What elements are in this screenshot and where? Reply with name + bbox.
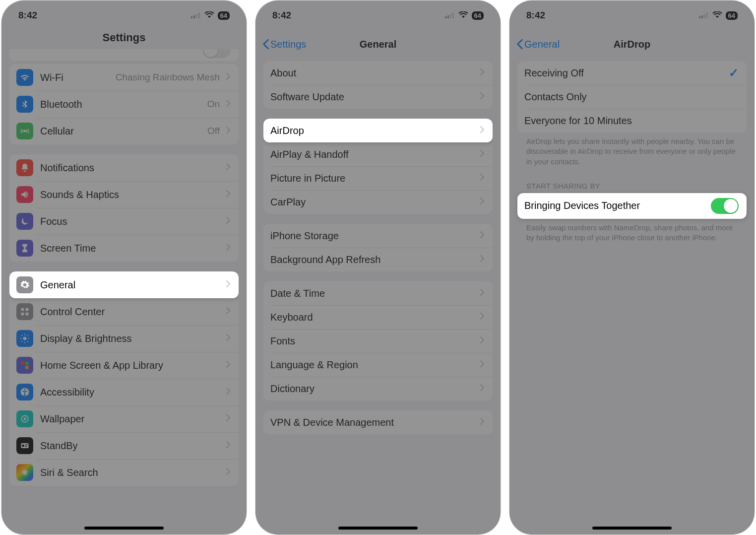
row-bluetooth[interactable]: BluetoothOn <box>9 91 239 118</box>
nav-header: General AirDrop <box>509 30 755 58</box>
row-label: Focus <box>40 216 67 227</box>
row-airdrop[interactable]: AirDrop <box>263 119 493 142</box>
wifi-icon <box>204 10 214 21</box>
speaker-icon <box>16 186 33 203</box>
row-home-screen-app-library[interactable]: Home Screen & App Library <box>9 352 239 379</box>
row-keyboard[interactable]: Keyboard <box>263 305 493 329</box>
row-carplay[interactable]: CarPlay <box>263 190 493 214</box>
battery-icon: 64 <box>218 11 230 20</box>
row-label: Siri & Search <box>40 467 98 478</box>
row-cellular[interactable]: CellularOff <box>9 118 239 144</box>
svg-point-9 <box>23 337 27 340</box>
row-label: Picture in Picture <box>270 173 345 184</box>
svg-rect-35 <box>452 12 454 18</box>
row-label: VPN & Device Management <box>270 417 394 428</box>
nav-header: Settings General <box>255 30 501 58</box>
svg-rect-32 <box>445 16 446 18</box>
status-bar: 8:42 64 <box>1 0 247 30</box>
row-label: Notifications <box>40 162 94 174</box>
chevron-right-icon <box>226 280 231 290</box>
chevron-right-icon <box>226 163 231 173</box>
row-general[interactable]: General <box>9 271 239 298</box>
row-sounds-haptics[interactable]: Sounds & Haptics <box>9 181 239 208</box>
chevron-right-icon <box>480 173 485 184</box>
controlcenter-icon <box>16 303 33 320</box>
back-button[interactable]: General <box>516 39 560 50</box>
row-focus[interactable]: Focus <box>9 208 239 235</box>
bluetooth-icon <box>16 96 33 113</box>
row-accessibility[interactable]: Accessibility <box>9 379 239 405</box>
svg-rect-38 <box>704 14 705 18</box>
row-language-region[interactable]: Language & Region <box>263 353 493 377</box>
row-standby[interactable]: StandBy <box>9 432 239 459</box>
wifi-icon <box>458 10 468 21</box>
status-icons: 64 <box>191 10 230 21</box>
status-time: 8:42 <box>526 10 545 21</box>
chevron-right-icon <box>226 216 231 227</box>
option-contacts-only[interactable]: Contacts Only <box>517 85 747 109</box>
status-time: 8:42 <box>18 10 37 21</box>
svg-rect-20 <box>21 366 25 369</box>
row-label: Keyboard <box>270 312 313 323</box>
row-wallpaper[interactable]: Wallpaper <box>9 405 239 432</box>
svg-rect-37 <box>701 15 703 18</box>
row-value: Chasing Rainbows Mesh <box>116 72 220 83</box>
svg-point-25 <box>24 418 26 420</box>
row-value: Off <box>207 126 220 136</box>
accessibility-icon <box>16 384 33 401</box>
svg-rect-18 <box>21 362 25 365</box>
row-vpn-device-management[interactable]: VPN & Device Management <box>263 410 493 434</box>
row-label: Bluetooth <box>40 99 82 110</box>
chevron-right-icon <box>480 417 485 428</box>
row-screen-time[interactable]: Screen Time <box>9 235 239 262</box>
option-label: Everyone for 10 Minutes <box>524 115 632 127</box>
row-siri-search[interactable]: Siri & Search <box>9 459 239 486</box>
option-label: Receiving Off <box>524 67 584 79</box>
chevron-right-icon <box>226 414 231 424</box>
cellular-icon <box>16 123 33 139</box>
chevron-right-icon <box>480 149 485 160</box>
row-background-app-refresh[interactable]: Background App Refresh <box>263 248 493 271</box>
row-label: AirPlay & Handoff <box>270 149 349 160</box>
row-label: Sounds & Haptics <box>40 189 119 201</box>
home-indicator <box>84 527 164 530</box>
back-button[interactable]: Settings <box>262 39 306 50</box>
status-icons: 64 <box>699 10 738 21</box>
row-date-time[interactable]: Date & Time <box>263 281 493 305</box>
options-footer: AirDrop lets you share instantly with pe… <box>517 133 747 169</box>
svg-rect-2 <box>196 14 197 18</box>
row-label: Control Center <box>40 306 105 318</box>
row-dictionary[interactable]: Dictionary <box>263 377 493 401</box>
row-label: Language & Region <box>270 359 358 371</box>
row-software-update[interactable]: Software Update <box>263 85 493 109</box>
row-control-center[interactable]: Control Center <box>9 298 239 325</box>
row-iphone-storage[interactable]: iPhone Storage <box>263 224 493 248</box>
row-bringing-devices[interactable]: Bringing Devices Together <box>517 193 747 219</box>
status-bar: 8:42 64 <box>509 0 755 30</box>
row-label: Accessibility <box>40 387 94 398</box>
row-notifications[interactable]: Notifications <box>9 154 239 181</box>
siri-icon <box>16 464 33 481</box>
row-about[interactable]: About <box>263 61 493 85</box>
chevron-right-icon <box>480 197 485 207</box>
row-value: On <box>207 99 220 110</box>
toggle-bringing-devices[interactable] <box>711 198 739 214</box>
option-receiving-off[interactable]: Receiving Off✓ <box>517 61 747 85</box>
row-label: Wi-Fi <box>40 72 63 83</box>
signal-icon <box>445 10 455 21</box>
row-label: About <box>270 67 296 79</box>
phone-settings: 8:42 64 Settings Wi-FiChasing Rainbows M… <box>1 0 247 535</box>
option-everyone-for-10-minutes[interactable]: Everyone for 10 Minutes <box>517 109 747 133</box>
row-wi-fi[interactable]: Wi-FiChasing Rainbows Mesh <box>9 64 239 91</box>
chevron-right-icon <box>480 126 485 136</box>
row-label: Software Update <box>270 91 344 103</box>
status-time: 8:42 <box>272 10 291 21</box>
checkmark-icon: ✓ <box>729 66 739 80</box>
chevron-right-icon <box>226 387 231 398</box>
svg-rect-5 <box>21 308 24 311</box>
row-airplay-handoff[interactable]: AirPlay & Handoff <box>263 142 493 166</box>
row-label: Dictionary <box>270 383 315 395</box>
row-picture-in-picture[interactable]: Picture in Picture <box>263 166 493 190</box>
row-display-brightness[interactable]: Display & Brightness <box>9 325 239 352</box>
row-fonts[interactable]: Fonts <box>263 329 493 353</box>
